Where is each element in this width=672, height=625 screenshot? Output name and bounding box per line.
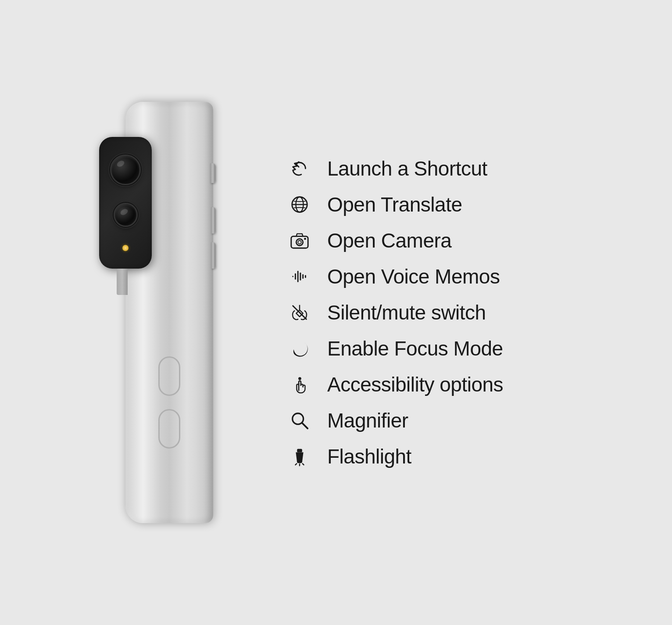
option-magnifier: Magnifier [288,409,586,432]
option-flashlight: Flashlight [288,445,586,468]
accessibility-icon [288,373,311,396]
magnifier-icon [288,409,311,432]
silent-icon [288,301,311,324]
camera-module [99,137,152,269]
camera-icon [288,229,311,252]
flashlight-label: Flashlight [327,445,411,468]
svg-line-16 [302,423,307,428]
option-voice-memos: Open Voice Memos [288,265,586,288]
svg-point-5 [298,241,301,244]
action-button [210,163,215,183]
shortcut-label: Launch a Shortcut [327,157,487,180]
side-slot-1 [158,356,180,396]
camera-label: Open Camera [327,229,451,252]
phone-illustration [86,71,253,554]
option-accessibility: Accessibility options [288,373,586,396]
options-list: Launch a Shortcut Open Translate [288,157,586,468]
svg-rect-17 [297,449,302,453]
volume-down-button [211,242,215,269]
focus-icon [288,337,311,360]
page-container: Launch a Shortcut Open Translate [0,0,672,625]
focus-label: Enable Focus Mode [327,337,503,360]
accessibility-label: Accessibility options [327,373,503,396]
camera-lens-secondary [114,203,138,227]
svg-line-20 [295,463,297,465]
svg-point-14 [298,377,301,380]
side-slot-2 [158,409,180,449]
option-camera: Open Camera [288,229,586,252]
svg-point-18 [297,462,302,463]
option-focus: Enable Focus Mode [288,337,586,360]
option-translate: Open Translate [288,193,586,216]
voice-memos-label: Open Voice Memos [327,265,500,288]
volume-up-button [211,207,215,233]
shortcut-icon [288,157,311,180]
camera-lens-main [110,154,141,185]
svg-line-21 [303,463,304,465]
phone-body [125,102,213,523]
translate-label: Open Translate [327,193,462,216]
camera-sensor [122,245,129,251]
silent-label: Silent/mute switch [327,301,486,324]
option-silent: Silent/mute switch [288,301,586,324]
side-band [117,269,128,295]
flashlight-icon [288,445,311,468]
svg-point-6 [304,238,306,240]
svg-point-4 [296,239,303,245]
magnifier-label: Magnifier [327,409,408,432]
voice-memos-icon [288,265,311,288]
option-shortcut: Launch a Shortcut [288,157,586,180]
translate-icon [288,193,311,216]
